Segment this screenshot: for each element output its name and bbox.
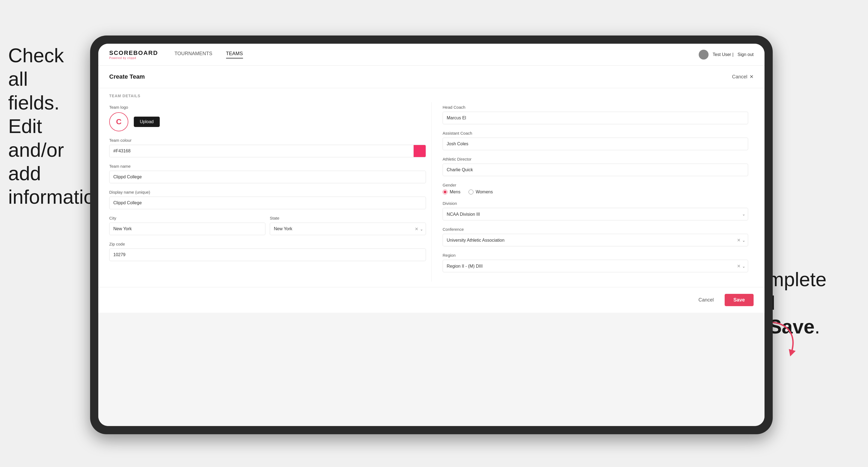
head-coach-input[interactable] bbox=[443, 112, 748, 124]
navbar: SCOREBOARD Powered by clippd TOURNAMENTS… bbox=[98, 44, 765, 66]
athletic-director-group: Athletic Director bbox=[443, 157, 748, 176]
user-avatar bbox=[699, 50, 709, 60]
state-controls: ✕ ⌄ bbox=[415, 226, 423, 231]
assistant-coach-input[interactable] bbox=[443, 138, 748, 150]
team-name-input[interactable] bbox=[109, 171, 426, 183]
svg-marker-1 bbox=[789, 349, 796, 356]
gender-label: Gender bbox=[443, 183, 748, 187]
colour-text-input[interactable] bbox=[109, 145, 413, 157]
display-name-group: Display name (unique) bbox=[109, 190, 426, 209]
team-name-label: Team name bbox=[109, 164, 426, 168]
athletic-director-input[interactable] bbox=[443, 164, 748, 176]
region-wrapper: Region II - (M) DIII ✕ ⌄ bbox=[443, 260, 748, 272]
nav-tournaments[interactable]: TOURNAMENTS bbox=[175, 51, 212, 58]
form-right: Head Coach Assistant Coach Athletic Dire… bbox=[431, 102, 753, 282]
gender-womens-radio[interactable] bbox=[469, 190, 473, 194]
gender-group: Gender Mens Womens bbox=[443, 183, 748, 194]
head-coach-group: Head Coach bbox=[443, 105, 748, 124]
brand: SCOREBOARD Powered by clippd bbox=[109, 50, 158, 60]
conference-group: Conference University Athletic Associati… bbox=[443, 227, 748, 246]
zip-code-group: Zip code bbox=[109, 242, 426, 261]
city-label: City bbox=[109, 216, 266, 220]
gender-mens-option[interactable]: Mens bbox=[443, 190, 460, 194]
state-label: State bbox=[270, 216, 426, 220]
section-label: TEAM DETAILS bbox=[98, 88, 765, 102]
region-group: Region Region II - (M) DIII ✕ ⌄ bbox=[443, 253, 748, 272]
assistant-coach-group: Assistant Coach bbox=[443, 131, 748, 150]
left-annotation: Check all fields. Edit and/or add inform… bbox=[8, 44, 85, 209]
gender-mens-label: Mens bbox=[450, 190, 460, 194]
state-clear-icon[interactable]: ✕ bbox=[415, 226, 418, 231]
user-label: Test User | bbox=[713, 52, 734, 57]
state-wrapper: ✕ ⌄ bbox=[270, 223, 426, 235]
save-button[interactable]: Save bbox=[725, 294, 753, 306]
left-annotation-line2: Edit and/or add bbox=[8, 115, 64, 184]
create-team-panel: Create Team Cancel ✕ TEAM DETAILS Team l… bbox=[98, 66, 765, 313]
city-state-group: City State ✕ ⌄ bbox=[109, 216, 426, 235]
logo-letter: C bbox=[116, 118, 122, 126]
division-chevron-icon: ⌄ bbox=[742, 212, 745, 216]
team-name-group: Team name bbox=[109, 164, 426, 183]
head-coach-label: Head Coach bbox=[443, 105, 748, 110]
close-icon: ✕ bbox=[749, 74, 753, 80]
conference-clear-icon[interactable]: ✕ bbox=[737, 238, 741, 243]
logo-circle: C bbox=[109, 112, 128, 131]
team-logo-label: Team logo bbox=[109, 105, 426, 110]
form-left: Team logo C Upload Team colour bbox=[109, 102, 431, 282]
gender-womens-label: Womens bbox=[476, 190, 493, 194]
panel-header: Create Team Cancel ✕ bbox=[98, 66, 765, 88]
division-label: Division bbox=[443, 201, 748, 206]
region-select[interactable]: Region II - (M) DIII bbox=[443, 260, 748, 272]
gender-womens-option[interactable]: Womens bbox=[469, 190, 493, 194]
cancel-button[interactable]: Cancel bbox=[693, 294, 719, 306]
panel-footer: Cancel Save bbox=[98, 287, 765, 313]
assistant-coach-label: Assistant Coach bbox=[443, 131, 748, 135]
gender-mens-radio[interactable] bbox=[443, 190, 447, 194]
upload-button[interactable]: Upload bbox=[134, 117, 160, 127]
region-chevron-icon: ⌄ bbox=[742, 264, 745, 268]
display-name-label: Display name (unique) bbox=[109, 190, 426, 194]
conference-label: Conference bbox=[443, 227, 748, 231]
city-input[interactable] bbox=[109, 223, 266, 235]
brand-subtitle: Powered by clippd bbox=[109, 57, 158, 60]
logo-container: C Upload bbox=[109, 112, 426, 131]
display-name-input[interactable] bbox=[109, 197, 426, 209]
division-select[interactable]: NCAA Division III bbox=[443, 208, 748, 220]
panel-title: Create Team bbox=[109, 73, 145, 80]
zip-label: Zip code bbox=[109, 242, 426, 246]
conference-select[interactable]: University Athletic Association bbox=[443, 234, 748, 246]
division-wrapper: NCAA Division III ⌄ bbox=[443, 208, 748, 220]
city-group: City bbox=[109, 216, 266, 235]
team-logo-group: Team logo C Upload bbox=[109, 105, 426, 131]
conference-wrapper: University Athletic Association ✕ ⌄ bbox=[443, 234, 748, 246]
left-annotation-line1: Check all fields. bbox=[8, 44, 64, 114]
team-colour-group: Team colour bbox=[109, 138, 426, 157]
cancel-label: Cancel bbox=[732, 74, 747, 80]
right-annotation-end: . bbox=[814, 316, 820, 338]
gender-row: Mens Womens bbox=[443, 190, 748, 194]
colour-input-row bbox=[109, 145, 426, 157]
colour-swatch[interactable] bbox=[413, 145, 426, 157]
nav-teams[interactable]: TEAMS bbox=[226, 51, 243, 58]
division-controls: ⌄ bbox=[742, 212, 745, 216]
brand-title: SCOREBOARD bbox=[109, 50, 158, 57]
state-group: State ✕ ⌄ bbox=[270, 216, 426, 235]
conference-controls: ✕ ⌄ bbox=[737, 238, 745, 243]
conference-chevron-icon: ⌄ bbox=[742, 238, 745, 242]
panel-cancel-button[interactable]: Cancel ✕ bbox=[732, 74, 753, 80]
navbar-right: Test User | Sign out bbox=[699, 50, 753, 60]
nav-links: TOURNAMENTS TEAMS bbox=[175, 51, 699, 58]
zip-input[interactable] bbox=[109, 249, 426, 261]
athletic-director-label: Athletic Director bbox=[443, 157, 748, 161]
region-label: Region bbox=[443, 253, 748, 257]
sign-out-link[interactable]: Sign out bbox=[738, 52, 753, 57]
division-group: Division NCAA Division III ⌄ bbox=[443, 201, 748, 220]
tablet-device: SCOREBOARD Powered by clippd TOURNAMENTS… bbox=[90, 35, 773, 434]
tablet-screen: SCOREBOARD Powered by clippd TOURNAMENTS… bbox=[98, 44, 765, 426]
region-controls: ✕ ⌄ bbox=[737, 263, 745, 269]
region-clear-icon[interactable]: ✕ bbox=[737, 263, 741, 269]
state-input[interactable] bbox=[270, 223, 426, 235]
team-colour-label: Team colour bbox=[109, 138, 426, 143]
city-state-row: City State ✕ ⌄ bbox=[109, 216, 426, 235]
state-chevron-icon: ⌄ bbox=[420, 227, 423, 231]
